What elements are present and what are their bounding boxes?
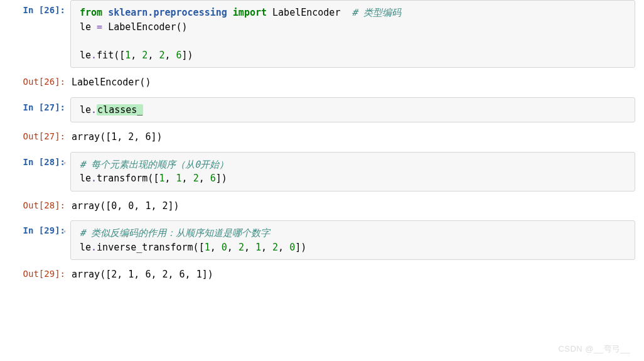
number-literal: 1 [176,173,182,184]
code-content-29[interactable]: ▾ # 类似反编码的作用：从顺序知道是哪个数字 le.inverse_trans… [70,220,644,260]
in-prompt-29: In [29]: [0,220,70,260]
method-fit-open: fit([ [97,50,125,61]
op-dot: . [91,173,97,184]
number-literal: 1 [205,242,210,253]
attr-classes: classes_ [97,104,143,116]
var-le: le [80,21,97,33]
comma: , [227,242,239,253]
code-body-29[interactable]: # 类似反编码的作用：从顺序知道是哪个数字 le.inverse_transfo… [70,220,635,260]
output-body-29: array([2, 1, 6, 2, 6, 1]) [70,264,644,286]
output-cell-29: Out[29]: array([2, 1, 6, 2, 6, 1]) [0,264,644,286]
cell-collapser-icon[interactable]: ▾ [63,227,69,233]
in-prompt-26: In [26]: [0,0,70,68]
number-literal: 1 [125,50,131,61]
out-prompt-29: Out[29]: [0,264,70,286]
code-body-26[interactable]: from sklearn.preprocessing import LabelE… [70,0,635,68]
comma: , [199,173,210,184]
comma: , [278,242,289,253]
comma: , [261,242,272,253]
number-literal: 6 [176,50,182,61]
keyword-from: from [80,7,102,18]
code-cell-29: In [29]: ▾ # 类似反编码的作用：从顺序知道是哪个数字 le.inve… [0,220,644,260]
comma: , [164,173,176,184]
code-cell-26: In [26]: from sklearn.preprocessing impo… [0,0,644,68]
op-assign: = [97,21,102,33]
cell-collapser-icon[interactable]: ▾ [63,158,69,164]
comma: , [131,50,142,61]
module-path: sklearn.preprocessing [108,7,227,18]
output-body-28: array([0, 0, 1, 2]) [70,195,644,217]
var-le: le [80,50,91,61]
op-dot: . [91,104,97,116]
number-literal: 1 [255,242,261,253]
code-content-28[interactable]: ▾ # 每个元素出现的顺序（从0开始） le.transform([1, 1, … [70,152,644,191]
var-le: le [80,104,91,116]
out-prompt-26: Out[26]: [0,72,70,94]
comma: , [148,50,159,61]
keyword-import: import [233,7,267,18]
output-body-26: LabelEncoder() [70,72,644,94]
code-cell-28: In [28]: ▾ # 每个元素出现的顺序（从0开始） le.transfor… [0,152,644,191]
output-cell-28: Out[28]: array([0, 0, 1, 2]) [0,195,644,217]
comma: , [164,50,176,61]
watermark-text: CSDN @__弯弓__ [558,343,630,355]
code-cell-27: In [27]: le.classes_ [0,97,644,123]
number-literal: 2 [239,242,244,253]
method-transform-open: transform([ [97,173,159,184]
out-prompt-27: Out[27]: [0,126,70,148]
op-dot: . [91,242,97,253]
code-body-27[interactable]: le.classes_ [70,97,635,123]
output-body-27: array([1, 2, 6]) [70,126,644,148]
output-cell-27: Out[27]: array([1, 2, 6]) [0,126,644,148]
comma: , [244,242,255,253]
imported-name: LabelEncoder [272,7,340,18]
op-dot: . [91,50,97,61]
in-prompt-27: In [27]: [0,97,70,123]
var-le: le [80,242,91,253]
code-content-27[interactable]: le.classes_ [70,97,644,123]
code-content-26[interactable]: from sklearn.preprocessing import LabelE… [70,0,644,68]
number-literal: 0 [289,242,295,253]
close-brackets: ]) [182,50,193,61]
comment-text: # 每个元素出现的顺序（从0开始） [80,159,228,170]
number-literal: 0 [222,242,227,253]
comma: , [182,173,193,184]
var-le: le [80,173,91,184]
ctor-call: LabelEncoder() [102,21,187,33]
in-prompt-28: In [28]: [0,152,70,191]
close-brackets: ]) [295,242,306,253]
comma: , [210,242,222,253]
comment-text: # 类似反编码的作用：从顺序知道是哪个数字 [80,227,270,239]
number-literal: 6 [210,173,216,184]
comment-text: # 类型编码 [352,7,401,18]
output-cell-26: Out[26]: LabelEncoder() [0,72,644,94]
out-prompt-28: Out[28]: [0,195,70,217]
code-body-28[interactable]: # 每个元素出现的顺序（从0开始） le.transform([1, 1, 2,… [70,152,635,191]
method-inverse-transform-open: inverse_transform([ [97,242,205,253]
number-literal: 2 [272,242,278,253]
close-brackets: ]) [216,173,227,184]
number-literal: 2 [193,173,199,184]
